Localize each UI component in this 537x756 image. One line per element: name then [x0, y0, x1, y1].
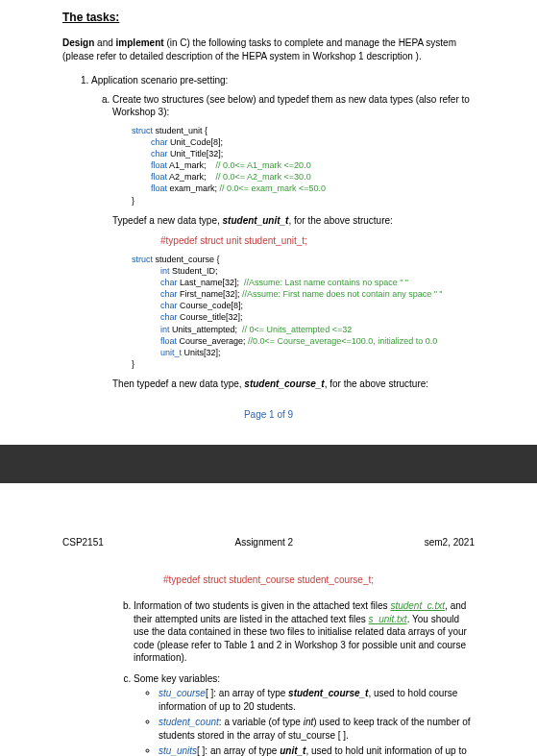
item-1c-text: Some key variables:	[134, 673, 220, 684]
tasks-heading: The tasks:	[62, 10, 475, 25]
continued-sublist-container: Information of two students is given in …	[62, 599, 475, 756]
typedef-unit-code: #typedef struct unit student_unit_t;	[160, 234, 475, 248]
item-1-text: Application scenario pre-setting:	[91, 75, 228, 85]
item-1c: Some key variables: stu_course[ ]: an ar…	[134, 672, 475, 756]
typedef-course-code: #typedef struct student_course student_c…	[62, 573, 475, 587]
top-ordered-list: Application scenario pre-setting: Create…	[62, 74, 475, 390]
item-1-sublist-continued: Information of two students is given in …	[112, 599, 475, 756]
page-number: Page 1 of 9	[62, 408, 475, 422]
document-page-1: The tasks: Design and implement (in C) t…	[0, 0, 537, 445]
code-block-student-course: struct student_course { int Student_ID; …	[132, 254, 475, 370]
file-link-s-unit[interactable]: s_unit.txt	[369, 614, 407, 624]
key-variables-list: stu_course[ ]: an array of type student_…	[134, 687, 475, 756]
file-link-student-c[interactable]: student_c.txt	[390, 600, 445, 611]
header-center: Assignment 2	[234, 536, 293, 549]
item-1: Application scenario pre-setting: Create…	[91, 74, 475, 390]
page-gap	[0, 445, 537, 483]
intro-paragraph: Design and implement (in C) the followin…	[62, 37, 475, 62]
bullet-stu-units: stu_units[ ]: an array of type unit_t, u…	[159, 744, 475, 756]
page-header: CSP2151 Assignment 2 sem2, 2021	[62, 536, 475, 549]
typedef-unit-sentence: Typedef a new data type, student_unit_t,…	[112, 214, 475, 228]
item-1b: Information of two students is given in …	[134, 599, 475, 665]
header-right: sem2, 2021	[425, 536, 475, 549]
typedef-course-sentence: Then typedef a new data type, student_co…	[112, 378, 475, 391]
bullet-stu-course: stu_course[ ]: an array of type student_…	[159, 687, 475, 713]
code-block-student-unit: struct student_unit { char Unit_Code[8];…	[132, 125, 475, 207]
item-1-sublist: Create two structures (see below) and ty…	[91, 93, 475, 391]
bullet-student-count: student_count: a variable (of type int) …	[159, 716, 475, 742]
document-page-2: CSP2151 Assignment 2 sem2, 2021 #typedef…	[0, 483, 537, 756]
header-left: CSP2151	[62, 536, 104, 549]
item-1a: Create two structures (see below) and ty…	[112, 93, 475, 391]
item-1a-text: Create two structures (see below) and ty…	[112, 94, 470, 118]
